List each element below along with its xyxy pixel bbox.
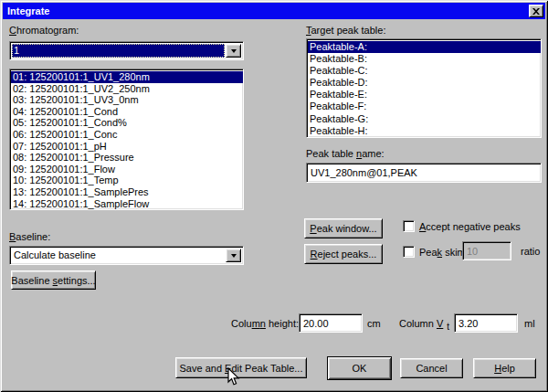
list-item[interactable]: Peaktable-G: <box>308 113 541 125</box>
list-item[interactable]: Peaktable-B: <box>308 53 541 65</box>
list-item[interactable]: 02: 125200101:1_UV2_250nm <box>11 83 243 95</box>
column-vt-input[interactable] <box>454 313 518 333</box>
ratio-label: ratio <box>521 246 540 257</box>
peak-skim-label: Peak skim <box>419 247 466 258</box>
list-item[interactable]: 10: 125200101:1_Temp <box>11 175 243 186</box>
peak-window-button[interactable]: Peak window... <box>304 218 383 238</box>
column-vt-label: Column Vt <box>399 318 449 329</box>
list-item[interactable]: Peaktable-F: <box>308 101 541 112</box>
baseline-settings-button[interactable]: Baseline settings... <box>11 270 96 290</box>
list-item[interactable]: 06: 125200101:1_Conc <box>11 129 243 141</box>
column-height-label: Column height: <box>231 318 299 329</box>
help-button[interactable]: Help <box>473 358 536 378</box>
list-item[interactable]: 13: 125200101:1_SamplePres <box>11 186 243 198</box>
list-item[interactable]: Peaktable-C: <box>308 65 541 77</box>
baseline-combo-dropdown-button[interactable] <box>226 249 241 262</box>
list-item[interactable]: 05: 125200101:1_Cond% <box>11 117 243 129</box>
dropdown-arrow-icon <box>231 49 237 56</box>
baseline-label: Baseline: <box>9 231 50 242</box>
ok-button[interactable]: OK <box>327 356 392 380</box>
target-peak-table-listbox[interactable]: Peaktable-A:Peaktable-B:Peaktable-C:Peak… <box>306 38 542 138</box>
chromatogram-combo-value[interactable]: 1 <box>12 44 225 58</box>
chromatogram-listbox[interactable]: 01: 125200101:1_UV1_280nm02: 125200101:1… <box>9 69 244 210</box>
list-item[interactable]: Peaktable-H: <box>308 125 541 137</box>
ml-unit-label: ml <box>524 318 535 329</box>
chromatogram-label: Chromatogram: <box>9 25 79 36</box>
baseline-combo-value[interactable]: Calculate baseline <box>12 249 225 262</box>
list-item[interactable]: Peaktable-E: <box>308 89 541 101</box>
peak-skim-checkbox[interactable] <box>403 246 415 258</box>
chromatogram-combo-dropdown-button[interactable] <box>226 44 241 58</box>
close-button[interactable] <box>529 5 543 17</box>
column-height-input[interactable] <box>299 313 363 333</box>
accept-negative-peaks-checkbox[interactable] <box>403 220 415 232</box>
list-item[interactable]: 04: 125200101:1_Cond <box>11 106 243 118</box>
list-item[interactable]: 03: 125200101:1_UV3_0nm <box>11 94 243 106</box>
integrate-dialog: Integrate Chromatogram: 1 01: 125200101:… <box>0 0 548 392</box>
dialog-title: Integrate <box>7 5 49 16</box>
list-item[interactable]: Peaktable-A: <box>308 41 541 53</box>
baseline-combobox[interactable]: Calculate baseline <box>9 246 244 265</box>
peak-table-name-label: Peak table name: <box>306 148 385 159</box>
dropdown-arrow-icon <box>231 254 237 260</box>
list-item[interactable]: 01: 125200101:1_UV1_280nm <box>11 71 243 83</box>
list-item[interactable]: 09: 125200101:1_Flow <box>11 164 243 175</box>
list-item[interactable]: 07: 125200101:1_pH <box>11 141 243 153</box>
peak-table-name-input[interactable] <box>306 163 542 183</box>
title-bar: Integrate <box>3 3 545 19</box>
list-item[interactable]: 08: 125200101:1_Pressure <box>11 152 243 164</box>
cm-unit-label: cm <box>367 318 381 329</box>
save-and-edit-peak-table-button[interactable]: Save and Edit Peak Table... <box>175 357 307 378</box>
accept-negative-peaks-label: Accept negative peaks <box>419 221 521 232</box>
list-item[interactable]: Peaktable-D: <box>308 77 541 89</box>
cancel-button[interactable]: Cancel <box>400 358 463 378</box>
chromatogram-combobox[interactable]: 1 <box>9 41 244 60</box>
target-peak-table-label: Target peak table: <box>306 25 385 36</box>
reject-peaks-button[interactable]: Reject peaks... <box>304 244 383 264</box>
list-item[interactable]: 14: 125200101:1_SampleFlow <box>11 198 243 210</box>
peak-skim-ratio-input <box>462 241 511 260</box>
close-icon <box>532 8 540 15</box>
